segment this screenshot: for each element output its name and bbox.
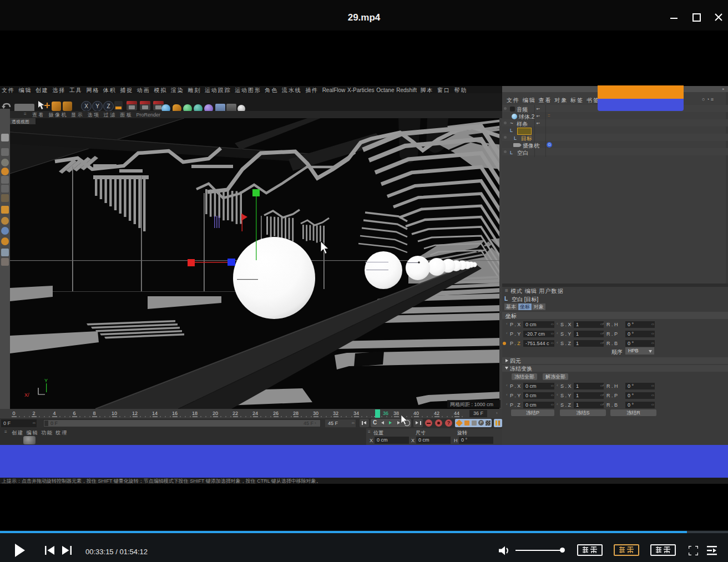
svg-text:X/: X/: [24, 392, 29, 398]
svg-text:透视视图: 透视视图: [12, 119, 29, 124]
svg-text:网格间距 : 1000 cm: 网格间距 : 1000 cm: [450, 402, 493, 407]
svg-text:Y: Y: [44, 378, 48, 383]
